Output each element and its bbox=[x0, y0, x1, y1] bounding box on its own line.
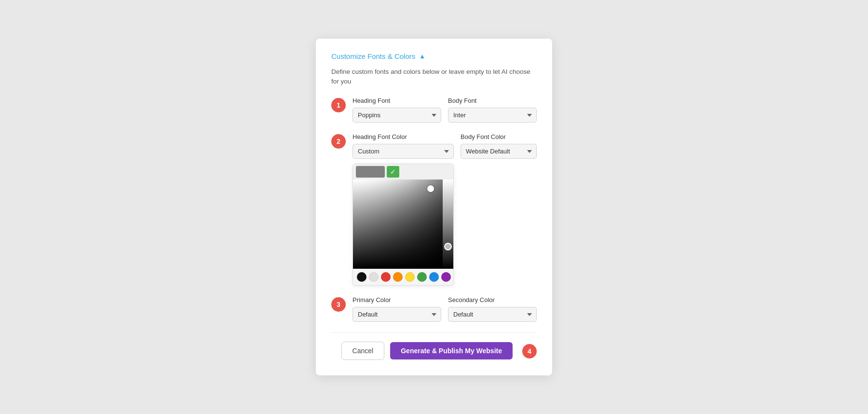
divider bbox=[331, 332, 537, 333]
secondary-color-group: Secondary Color Default Custom bbox=[448, 296, 537, 322]
cancel-button[interactable]: Cancel bbox=[341, 342, 385, 360]
step-3-badge: 3 bbox=[331, 297, 346, 312]
step-3-content: Primary Color Default Custom Secondary C… bbox=[353, 296, 537, 322]
heading-color-label: Heading Font Color bbox=[353, 133, 454, 140]
body-color-label: Body Font Color bbox=[461, 133, 537, 140]
swatch-black[interactable] bbox=[357, 272, 366, 282]
step-1-content: Heading Font Poppins Roboto Lato Montser… bbox=[353, 97, 537, 123]
secondary-color-select[interactable]: Default Custom bbox=[448, 307, 537, 322]
secondary-color-label: Secondary Color bbox=[448, 296, 537, 304]
step-3-row: 3 Primary Color Default Custom Secondary… bbox=[331, 296, 537, 322]
modal-description: Define custom fonts and colors below or … bbox=[331, 67, 537, 87]
collapse-arrow-icon[interactable]: ▲ bbox=[419, 53, 425, 60]
color-confirm-button[interactable]: ✓ bbox=[387, 166, 399, 178]
modal-header: Customize Fonts & Colors ▲ bbox=[331, 52, 537, 60]
brightness-thumb[interactable] bbox=[444, 243, 452, 250]
color-picker: ✓ bbox=[353, 164, 454, 286]
heading-font-label: Heading Font bbox=[353, 97, 441, 104]
body-font-group: Body Font Inter Roboto Lato Georgia Aria… bbox=[448, 97, 537, 123]
swatch-orange[interactable] bbox=[393, 272, 403, 282]
customize-fonts-colors-link[interactable]: Customize Fonts & Colors bbox=[331, 52, 415, 60]
gradient-main[interactable] bbox=[353, 179, 443, 269]
heading-color-select[interactable]: Custom Website Default Black White bbox=[353, 144, 454, 159]
color-preview-box bbox=[356, 166, 385, 178]
generate-publish-button[interactable]: Generate & Publish My Website bbox=[390, 342, 513, 359]
body-font-label: Body Font bbox=[448, 97, 537, 104]
gradient-area[interactable] bbox=[353, 179, 453, 269]
swatch-green[interactable] bbox=[417, 272, 427, 282]
primary-color-label: Primary Color bbox=[353, 296, 441, 304]
buttons-row: Cancel Generate & Publish My Website 4 bbox=[331, 342, 537, 360]
swatch-blue[interactable] bbox=[429, 272, 439, 282]
brightness-slider[interactable] bbox=[443, 179, 453, 269]
heading-color-group: Heading Font Color Custom Website Defaul… bbox=[353, 133, 454, 286]
step-2-row: 2 Heading Font Color Custom Website Defa… bbox=[331, 133, 537, 286]
heading-font-select[interactable]: Poppins Roboto Lato Montserrat Open Sans bbox=[353, 108, 441, 123]
step-4-badge: 4 bbox=[522, 344, 537, 359]
heading-font-group: Heading Font Poppins Roboto Lato Montser… bbox=[353, 97, 441, 123]
primary-color-group: Primary Color Default Custom bbox=[353, 296, 441, 322]
body-color-group: Body Font Color Website Default Custom B… bbox=[461, 133, 537, 286]
color-picker-toolbar: ✓ bbox=[353, 164, 453, 179]
swatch-yellow[interactable] bbox=[405, 272, 415, 282]
body-color-select[interactable]: Website Default Custom Black White bbox=[461, 144, 537, 159]
swatch-red[interactable] bbox=[381, 272, 391, 282]
body-font-select[interactable]: Inter Roboto Lato Georgia Arial bbox=[448, 108, 537, 123]
step-2-badge: 2 bbox=[331, 134, 346, 149]
primary-color-select[interactable]: Default Custom bbox=[353, 307, 441, 322]
step-1-badge: 1 bbox=[331, 98, 346, 112]
swatch-light-gray[interactable] bbox=[369, 272, 379, 282]
swatch-purple[interactable] bbox=[441, 272, 451, 282]
step-2-content: Heading Font Color Custom Website Defaul… bbox=[353, 133, 537, 286]
step-1-row: 1 Heading Font Poppins Roboto Lato Monts… bbox=[331, 97, 537, 123]
color-swatches bbox=[353, 269, 453, 285]
customize-modal: Customize Fonts & Colors ▲ Define custom… bbox=[316, 39, 552, 376]
